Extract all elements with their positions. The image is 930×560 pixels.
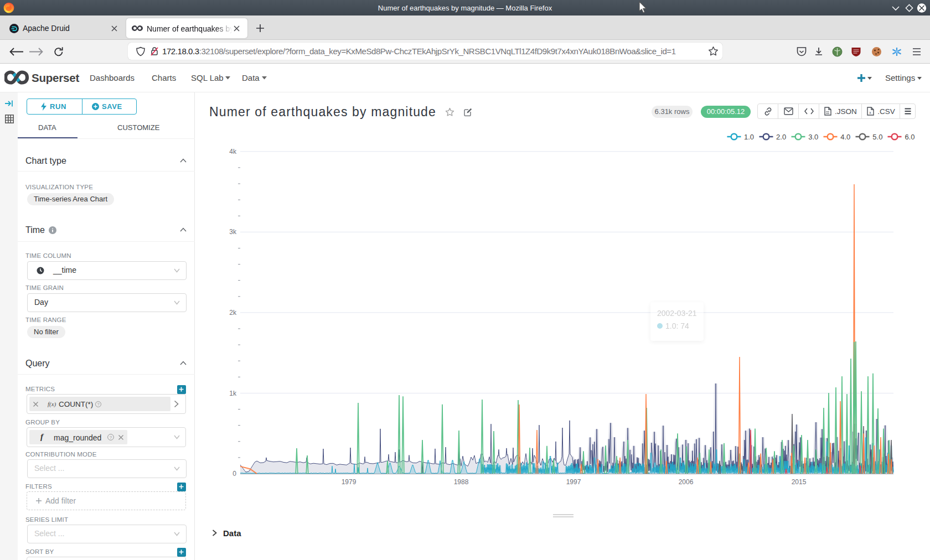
svg-text:2015: 2015	[792, 478, 807, 486]
svg-text:1997: 1997	[566, 478, 581, 486]
svg-text:2k: 2k	[229, 309, 237, 317]
svg-text:2006: 2006	[679, 478, 694, 486]
svg-text:4k: 4k	[229, 148, 237, 155]
svg-text:3k: 3k	[229, 228, 237, 236]
svg-text:0: 0	[232, 470, 236, 478]
svg-text:1988: 1988	[454, 478, 469, 486]
svg-text:1k: 1k	[229, 390, 237, 397]
svg-text:1979: 1979	[342, 478, 356, 486]
